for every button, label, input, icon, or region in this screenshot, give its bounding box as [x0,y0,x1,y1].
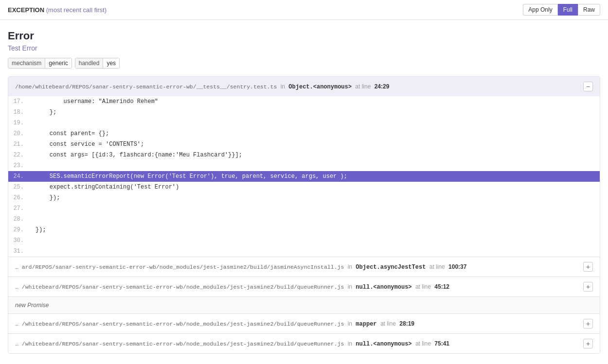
code-line: 28. [8,214,600,225]
code-line: 23. [8,160,600,171]
line-number: 30. [8,236,32,245]
frame-queue1-toggle[interactable]: + [583,282,593,292]
exception-subtitle: (most recent call first) [46,6,107,14]
frame-jasmine-header[interactable]: … ard/REPOS/sanar-sentry-semantic-error-… [8,257,600,277]
frame-jasmine-in: in [348,263,352,270]
error-title: Error [8,30,600,42]
line-content: const parent= {}; [32,129,109,139]
line-number: 21. [8,139,32,149]
frame-main-lineref: 24:29 [375,83,390,90]
frame-main-code: 17. username: "Almerindo Rehem"18. };19.… [8,96,600,257]
frame-jasmine: … ard/REPOS/sanar-sentry-semantic-error-… [8,257,600,277]
content: Error Test Error mechanism generic handl… [0,20,608,364]
frame-main-at: at line [355,83,371,90]
line-number: 20. [8,129,32,139]
frame-queue1-info: … /whitebeard/REPOS/sanar-sentry-semanti… [15,283,449,291]
code-line: 22. const args= [{id:3, flashcard:{name:… [8,150,600,160]
frame-queue1-header[interactable]: … /whitebeard/REPOS/sanar-sentry-semanti… [8,277,600,296]
frame-queue1-path: … /whitebeard/REPOS/sanar-sentry-semanti… [15,284,344,290]
full-button[interactable]: Full [558,4,578,16]
frame-queue3-func: null.<anonymous> [356,341,411,347]
tag-mechanism: mechanism generic [8,58,72,69]
frame-queue2-func: mapper [356,321,376,328]
raw-button[interactable]: Raw [578,4,600,16]
code-line: 27. [8,203,600,214]
view-buttons: App Only Full Raw [523,4,600,16]
line-content: const args= [{id:3, flashcard:{name:'Meu… [32,150,242,160]
frame-queue1-lineref: 45:12 [434,283,449,290]
line-number: 24. [8,172,32,181]
line-number: 27. [8,204,32,213]
line-number: 17. [8,97,32,106]
frame-queue1-in: in [348,283,352,290]
line-content: SES.semanticErrorReport(new Error('Test … [32,172,347,181]
code-line: 31. [8,246,600,257]
tags: mechanism generic handled yes [8,58,600,69]
frame-jasmine-info: … ard/REPOS/sanar-sentry-semantic-error-… [15,263,466,271]
line-number: 31. [8,246,32,256]
line-number: 29. [8,225,32,235]
frame-queue3-path: … /whitebeard/REPOS/sanar-sentry-semanti… [15,341,344,347]
frame-queue2-info: … /whitebeard/REPOS/sanar-sentry-semanti… [15,320,414,328]
frame-jasmine-lineref: 100:37 [448,263,466,270]
frame-queue2: … /whitebeard/REPOS/sanar-sentry-semanti… [8,314,600,334]
line-content: expect.stringContaining('Test Error') [32,182,179,192]
code-line: 19. [8,118,600,128]
code-line: 29.}); [8,225,600,235]
line-number: 25. [8,182,32,192]
frame-jasmine-toggle[interactable]: + [583,262,593,272]
code-line: 25. expect.stringContaining('Test Error'… [8,182,600,192]
line-number: 28. [8,214,32,224]
frame-queue3: … /whitebeard/REPOS/sanar-sentry-semanti… [8,334,600,353]
line-number: 26. [8,193,32,203]
frame-queue3-info: … /whitebeard/REPOS/sanar-sentry-semanti… [15,340,449,347]
code-line: 26. }); [8,192,600,203]
code-line: 20. const parent= {}; [8,128,600,139]
tag-handled: handled yes [75,58,120,69]
code-line: 18. }; [8,107,600,118]
frame-queue2-toggle[interactable]: + [583,319,593,329]
line-number: 18. [8,107,32,117]
frame-queue3-in: in [348,340,352,347]
code-line: 24. SES.semanticErrorReport(new Error('T… [8,171,600,182]
error-section: Error Test Error mechanism generic handl… [8,30,600,69]
exception-label: EXCEPTION [8,6,44,14]
frame-main: /home/whitebeard/REPOS/sanar-sentry-sema… [8,77,600,257]
line-content: username: "Almerindo Rehem" [32,97,158,106]
frame-queue1-at: at line [415,283,431,290]
frame-promise-label: new Promise [8,297,600,314]
line-content: const service = 'CONTENTS'; [32,139,144,149]
frame-queue3-header[interactable]: … /whitebeard/REPOS/sanar-sentry-semanti… [8,334,600,353]
frame-jasmine-path: … ard/REPOS/sanar-sentry-semantic-error-… [15,264,344,270]
frame-queue2-header[interactable]: … /whitebeard/REPOS/sanar-sentry-semanti… [8,314,600,333]
exception-title: EXCEPTION (most recent call first) [8,6,107,14]
promise-label: new Promise [8,297,600,313]
frame-queue1: … /whitebeard/REPOS/sanar-sentry-semanti… [8,277,600,297]
frame-queue3-toggle[interactable]: + [583,339,593,348]
code-line: 17. username: "Almerindo Rehem" [8,96,600,107]
line-number: 23. [8,161,32,171]
frame-queue2-lineref: 28:19 [399,320,414,327]
top-bar: EXCEPTION (most recent call first) App O… [0,0,608,20]
line-content: }); [32,193,60,203]
frame-queue2-path: … /whitebeard/REPOS/sanar-sentry-semanti… [15,321,344,327]
frame-jasmine-func: Object.asyncJestTest [356,264,426,271]
frame-main-info: /home/whitebeard/REPOS/sanar-sentry-sema… [15,83,389,90]
frame-main-path: /home/whitebeard/REPOS/sanar-sentry-sema… [15,84,277,90]
frame-queue2-at: at line [380,320,396,327]
frame-queue1-func: null.<anonymous> [356,284,411,291]
frames-container: /home/whitebeard/REPOS/sanar-sentry-sema… [8,76,600,354]
frame-main-toggle[interactable]: − [583,82,593,91]
app-only-button[interactable]: App Only [523,4,557,16]
line-number: 19. [8,118,32,128]
code-line: 21. const service = 'CONTENTS'; [8,139,600,150]
line-content: }; [32,107,56,117]
frame-jasmine-at: at line [429,263,445,270]
frame-main-header[interactable]: /home/whitebeard/REPOS/sanar-sentry-sema… [8,77,600,96]
code-line: 30. [8,235,600,246]
error-subtitle: Test Error [8,44,600,52]
frame-queue2-in: in [348,320,352,327]
frame-queue3-at: at line [415,340,431,347]
line-number: 22. [8,150,32,160]
line-content: }); [32,225,46,235]
